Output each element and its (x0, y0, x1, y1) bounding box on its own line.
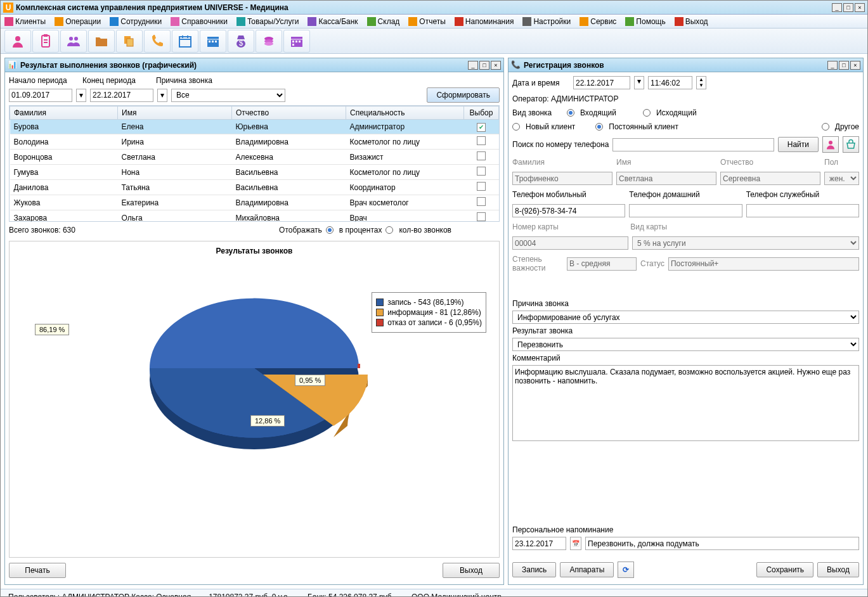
menu-отчеты[interactable]: Отчеты (408, 17, 445, 26)
menu-сервис[interactable]: Сервис (580, 17, 616, 26)
reminder-date-input[interactable] (512, 537, 566, 550)
exit-button-left[interactable]: Выход (443, 563, 500, 578)
col-surname[interactable]: Фамилия (10, 106, 118, 120)
status-input[interactable] (668, 257, 859, 271)
select-checkbox[interactable] (477, 197, 486, 206)
call-registration-panel: 📞 Регистрация звонков _ □ × Дата и время… (508, 58, 864, 585)
period-end-input[interactable] (90, 89, 153, 102)
select-checkbox[interactable] (477, 182, 486, 191)
surname-label: Фамилия (512, 158, 545, 167)
select-checkbox[interactable] (477, 212, 486, 221)
table-row[interactable]: ДаниловаТатьянаВасильевнаКоординатор (10, 180, 499, 195)
mobile-input[interactable] (512, 204, 625, 217)
select-checkbox[interactable]: ✔ (477, 123, 486, 132)
time-spinner-icon[interactable]: ▲▼ (696, 76, 706, 89)
panel-r-close-button[interactable]: × (850, 61, 860, 70)
date-input[interactable] (573, 76, 630, 89)
home-phone-input[interactable] (629, 204, 742, 217)
maximize-button[interactable]: □ (843, 3, 853, 12)
surname-input[interactable] (512, 172, 612, 185)
period-end-dropdown-icon[interactable]: ▾ (157, 89, 167, 102)
outgoing-radio[interactable] (643, 109, 651, 117)
panel-close-button[interactable]: × (491, 61, 501, 70)
card-type-select[interactable]: 5 % на услуги (632, 236, 859, 250)
calendar-icon[interactable]: 📅 (570, 537, 581, 550)
period-start-input[interactable] (9, 89, 72, 102)
time-input[interactable] (648, 76, 692, 89)
date-dropdown-icon[interactable]: ▾ (634, 76, 644, 89)
save-button[interactable]: Сохранить (756, 562, 813, 577)
card-no-input[interactable] (512, 236, 628, 250)
close-button[interactable]: × (855, 3, 865, 12)
select-checkbox[interactable] (477, 151, 486, 160)
exit-button-right[interactable]: Выход (817, 562, 859, 577)
record-button[interactable]: Запись (512, 562, 556, 577)
patronymic-input[interactable] (720, 172, 820, 185)
call-reason-select[interactable]: Информирование об услугах (512, 311, 859, 324)
menu-сотрудники[interactable]: Сотрудники (110, 17, 162, 26)
other-radio[interactable] (822, 123, 829, 131)
reason-select[interactable]: Все (171, 89, 285, 102)
col-select[interactable]: Выбор (464, 106, 499, 120)
tool-folder-icon[interactable] (88, 30, 115, 53)
col-patronymic[interactable]: Отчество (232, 106, 346, 120)
menu-настройки[interactable]: Настройки (522, 17, 571, 26)
incoming-radio[interactable] (567, 109, 574, 117)
tool-copy-icon[interactable] (116, 30, 143, 53)
panel-r-maximize-button[interactable]: □ (839, 61, 849, 70)
tool-client-icon[interactable] (4, 30, 31, 53)
devices-button[interactable]: Аппараты (560, 562, 614, 577)
find-button[interactable]: Найти (778, 137, 819, 152)
menu-выход[interactable]: Выход (675, 17, 708, 26)
tool-money-icon[interactable]: $ (228, 30, 254, 53)
period-start-dropdown-icon[interactable]: ▾ (76, 89, 86, 102)
menu-справочники[interactable]: Справочники (171, 17, 228, 26)
panel-r-minimize-button[interactable]: _ (827, 61, 838, 70)
table-row[interactable]: ЗахароваОльгаМихайловнаВрач (10, 210, 499, 222)
status-user: Пользователь: АДМИНИСТРАТОР Касса: Основ… (8, 593, 191, 598)
display-percent-radio[interactable] (326, 226, 334, 234)
new-client-radio[interactable] (512, 123, 520, 131)
col-specialty[interactable]: Специальность (346, 106, 464, 120)
form-button[interactable]: Сформировать (427, 87, 500, 103)
table-row[interactable]: ЖуковаЕкатеринаВладимировнаВрач косметол… (10, 195, 499, 210)
col-name[interactable]: Имя (118, 106, 232, 120)
tool-calendar2-icon[interactable] (200, 30, 226, 53)
menu-клиенты[interactable]: Клиенты (4, 17, 46, 26)
print-button[interactable]: Печать (9, 563, 66, 578)
menu-товары/услуги[interactable]: Товары/Услуги (236, 17, 299, 26)
person-icon-button[interactable] (822, 136, 839, 153)
tool-calendar3-icon[interactable] (283, 30, 310, 53)
tool-calendar1-icon[interactable] (172, 30, 198, 53)
gender-select[interactable]: жен. (824, 172, 859, 185)
phone-search-input[interactable] (612, 138, 774, 151)
table-row[interactable]: БуроваЕленаЮрьевнаАдминистратор✔ (10, 120, 499, 134)
comment-textarea[interactable]: Информацию выслушала. Сказала подумает, … (512, 365, 859, 441)
table-row[interactable]: ВоронцоваСветланаАлексевнаВизажист (10, 150, 499, 165)
select-checkbox[interactable] (477, 167, 486, 176)
table-row[interactable]: ГумуваНонаВасильевнаКосметолог по лицу (10, 165, 499, 180)
basket-icon-button[interactable] (843, 136, 859, 153)
name-input[interactable] (616, 172, 716, 185)
tool-clipboard-icon[interactable] (32, 30, 59, 53)
menu-напоминания[interactable]: Напоминания (455, 17, 514, 26)
tool-people-icon[interactable] (60, 30, 87, 53)
display-count-radio[interactable] (385, 226, 393, 234)
tool-phone-icon[interactable] (144, 30, 171, 53)
minimize-button[interactable]: _ (832, 3, 842, 12)
menu-помощь[interactable]: Помощь (625, 17, 665, 26)
panel-maximize-button[interactable]: □ (479, 61, 489, 70)
menu-операции[interactable]: Операции (55, 17, 101, 26)
reminder-text-input[interactable] (585, 537, 859, 550)
importance-input[interactable] (567, 257, 637, 271)
tool-coins-icon[interactable] (256, 30, 282, 53)
panel-minimize-button[interactable]: _ (468, 61, 478, 70)
select-checkbox[interactable] (477, 136, 486, 145)
refresh-icon-button[interactable]: ⟳ (618, 562, 634, 578)
call-result-select[interactable]: Перезвонить (512, 338, 859, 351)
work-phone-input[interactable] (746, 204, 859, 217)
table-row[interactable]: ВолодинаИринаВладимировнаКосметолог по л… (10, 134, 499, 150)
menu-склад[interactable]: Склад (367, 17, 400, 26)
regular-client-radio[interactable] (595, 123, 603, 131)
menu-касса/банк[interactable]: Касса/Банк (308, 17, 358, 26)
